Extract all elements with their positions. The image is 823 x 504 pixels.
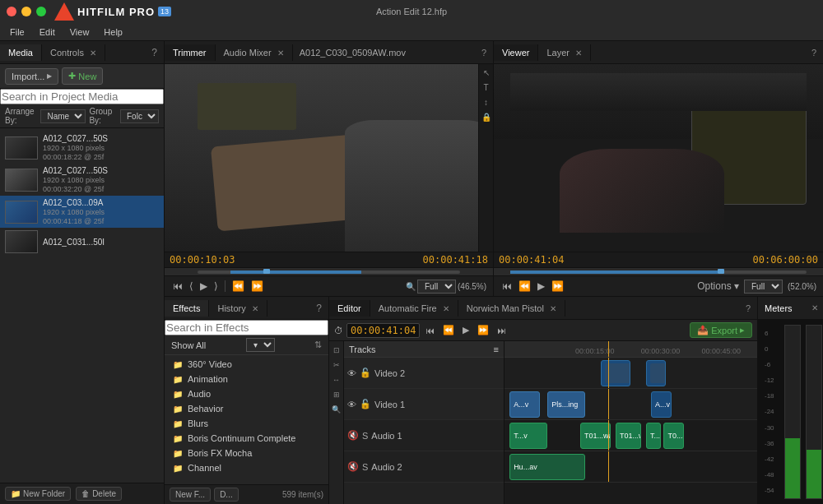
media-item[interactable]: A012_C027...50S 1920 x 1080 pixels 00:00… bbox=[0, 132, 164, 164]
tab-editor[interactable]: Editor bbox=[329, 300, 370, 317]
new-button[interactable]: ✚ New bbox=[62, 67, 103, 85]
viewer-help[interactable]: ? bbox=[805, 44, 823, 61]
viewer-ctrl-rewind[interactable]: ⏪ bbox=[517, 279, 532, 294]
group-select[interactable]: Folc bbox=[120, 109, 159, 123]
effects-sort-icon[interactable]: ⇅ bbox=[314, 340, 322, 350]
menu-file[interactable]: File bbox=[3, 25, 31, 39]
import-button[interactable]: Import... ▶ bbox=[5, 68, 58, 85]
tab-audio-mixer[interactable]: Audio Mixer ✕ bbox=[216, 44, 293, 61]
editor-help[interactable]: ? bbox=[739, 300, 757, 317]
maximize-button[interactable] bbox=[36, 7, 46, 16]
effects-item-animation[interactable]: 📁 Animation bbox=[165, 372, 328, 386]
viewer-scrubbar[interactable] bbox=[494, 267, 823, 275]
audio-mixer-close[interactable]: ✕ bbox=[277, 49, 284, 58]
controls-tab-close[interactable]: ✕ bbox=[90, 49, 96, 58]
viewer-ctrl-play[interactable]: ▶ bbox=[536, 279, 546, 294]
clip-video1-2[interactable]: Pls...ing bbox=[547, 391, 585, 418]
track-mute-audio2[interactable]: 🔇 bbox=[347, 461, 359, 472]
media-item[interactable]: A012_C031...50I bbox=[0, 228, 164, 256]
tab-controls[interactable]: Controls ✕ bbox=[42, 44, 105, 61]
trimmer-scrubbar[interactable] bbox=[165, 267, 493, 275]
track-solo-audio1[interactable]: S bbox=[362, 431, 368, 441]
viewer-ctrl-forward[interactable]: ⏩ bbox=[550, 279, 565, 294]
effects-panel-help[interactable]: ? bbox=[309, 299, 328, 317]
tool-lock[interactable]: 🔒 bbox=[481, 112, 492, 123]
minimize-button[interactable] bbox=[21, 7, 31, 16]
history-tab-close[interactable]: ✕ bbox=[252, 304, 258, 313]
viewer-options-btn[interactable]: Options ▾ bbox=[695, 279, 741, 294]
media-panel-help[interactable]: ? bbox=[145, 44, 164, 62]
media-item[interactable]: A012_C03...09A 1920 x 1080 pixels 00:00:… bbox=[0, 196, 164, 228]
clip-audio2-1[interactable]: Hu...av bbox=[509, 454, 585, 480]
ctrl-set-in[interactable]: ⟨ bbox=[188, 279, 195, 294]
tl-tool-slip[interactable]: ⊞ bbox=[331, 389, 342, 400]
tl-tool-zoom[interactable]: 🔍 bbox=[331, 404, 342, 415]
tl-tool-snap[interactable]: ⊡ bbox=[331, 344, 342, 356]
clip-audio1-5[interactable]: T0...av bbox=[663, 423, 684, 449]
tab-trimmer[interactable]: Trimmer bbox=[165, 44, 216, 61]
ctrl-mark-out[interactable]: ⏩ bbox=[249, 279, 265, 294]
tab-meters[interactable]: Meters bbox=[758, 300, 799, 317]
close-button[interactable] bbox=[7, 7, 16, 16]
tool-arrow[interactable]: ↕ bbox=[481, 97, 492, 109]
norwich-close[interactable]: ✕ bbox=[550, 304, 556, 313]
meters-close[interactable]: ✕ bbox=[807, 300, 823, 316]
ed-ctrl-play[interactable]: ▶ bbox=[460, 323, 472, 337]
tl-tool-arrow[interactable]: ↔ bbox=[331, 374, 342, 386]
effects-item-blurs[interactable]: 📁 Blurs bbox=[165, 416, 328, 431]
effects-item-360[interactable]: 📁 360° Video bbox=[165, 357, 328, 372]
effects-item-boris-cc[interactable]: 📁 Boris Continuum Complete bbox=[165, 431, 328, 446]
track-visibility-video2[interactable]: 👁 bbox=[347, 368, 356, 378]
export-button[interactable]: 📤 Export ▸ bbox=[690, 322, 752, 338]
media-search-input[interactable] bbox=[0, 89, 164, 104]
clip-video2-2[interactable] bbox=[646, 360, 667, 386]
ed-ctrl-forward[interactable]: ⏩ bbox=[475, 323, 491, 337]
track-solo-audio2[interactable]: S bbox=[362, 462, 368, 472]
showall-dropdown[interactable]: ▾ bbox=[246, 338, 275, 352]
track-mute-audio1[interactable]: 🔇 bbox=[347, 430, 359, 441]
timecode-clock-icon[interactable]: ⏱ bbox=[334, 326, 343, 335]
clip-video2-1[interactable]: A01...mov bbox=[601, 360, 631, 386]
viewer-zoom-dropdown[interactable]: Full bbox=[744, 280, 783, 294]
tab-history[interactable]: History ✕ bbox=[209, 300, 267, 317]
track-lock-video2[interactable]: 🔓 bbox=[360, 368, 371, 378]
clip-video1-1[interactable]: A...v bbox=[509, 391, 540, 418]
tab-automatic-fire[interactable]: Automatic Fire ✕ bbox=[370, 300, 458, 317]
track-visibility-video1[interactable]: 👁 bbox=[347, 400, 356, 409]
effects-item-channel[interactable]: 📁 Channel bbox=[165, 460, 328, 475]
clip-video1-3[interactable]: A...v bbox=[651, 391, 672, 418]
effects-item-behavior[interactable]: 📁 Behavior bbox=[165, 401, 328, 416]
menu-edit[interactable]: Edit bbox=[33, 25, 62, 39]
effects-new-folder-btn[interactable]: New F... bbox=[170, 488, 211, 502]
delete-button[interactable]: 🗑 Delete bbox=[76, 487, 122, 501]
menu-help[interactable]: Help bbox=[97, 25, 129, 39]
scrub-handle[interactable] bbox=[263, 269, 270, 274]
new-folder-button[interactable]: 📁 New Folder bbox=[5, 487, 71, 501]
menu-view[interactable]: View bbox=[63, 25, 96, 39]
ctrl-step-back[interactable]: ⏮ bbox=[171, 279, 184, 294]
tab-media[interactable]: Media bbox=[0, 44, 42, 61]
ctrl-set-out[interactable]: ⟩ bbox=[212, 279, 220, 294]
tl-tool-razor[interactable]: ✂ bbox=[331, 359, 342, 371]
viewer-scrub-handle[interactable] bbox=[718, 269, 724, 274]
clip-audio1-1[interactable]: T...v bbox=[509, 423, 547, 449]
media-item[interactable]: A012_C027...50S 1920 x 1080 pixels 00:00… bbox=[0, 164, 164, 196]
editor-timecode[interactable]: 00:00:41:04 bbox=[346, 323, 420, 338]
effects-item-boris-mocha[interactable]: 📁 Boris FX Mocha bbox=[165, 446, 328, 460]
tab-viewer[interactable]: Viewer bbox=[494, 44, 538, 61]
tool-cursor[interactable]: ↖ bbox=[481, 67, 492, 79]
clip-audio1-2[interactable]: T01...wav bbox=[580, 423, 611, 449]
tab-layer[interactable]: Layer ✕ bbox=[538, 44, 591, 61]
ed-ctrl-next[interactable]: ⏭ bbox=[495, 324, 509, 337]
trimmer-help[interactable]: ? bbox=[475, 44, 493, 61]
tool-text[interactable]: T bbox=[481, 82, 492, 94]
auto-fire-close[interactable]: ✕ bbox=[443, 304, 449, 313]
viewer-ctrl-prev[interactable]: ⏮ bbox=[500, 279, 514, 294]
tab-effects[interactable]: Effects bbox=[165, 300, 209, 317]
ed-ctrl-back[interactable]: ⏪ bbox=[440, 323, 457, 337]
clip-audio1-4[interactable]: T...v bbox=[646, 423, 661, 449]
clip-audio1-3[interactable]: T01...wav bbox=[616, 423, 641, 449]
effects-item-audio[interactable]: 📁 Audio bbox=[165, 386, 328, 401]
track-lock-video1[interactable]: 🔓 bbox=[360, 399, 371, 409]
ctrl-play[interactable]: ▶ bbox=[198, 279, 209, 294]
